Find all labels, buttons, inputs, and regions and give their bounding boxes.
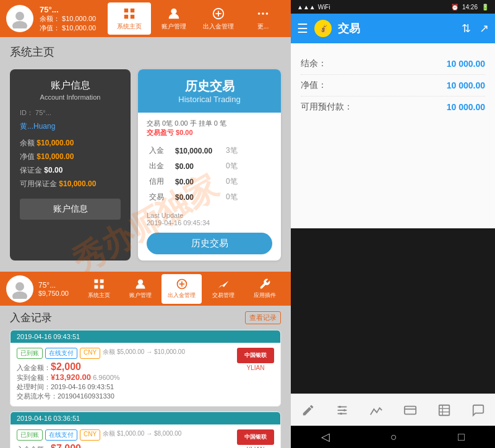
avatar-2 (6, 275, 33, 303)
right-panel: ▲▲▲ WiFi ⏰ 14:26 🔋 ☰ 💰 交易 ⇅ ↗ 结余： 10 000… (291, 0, 495, 448)
header-nav: 系统主页 账户管理 出入金管理 更... (108, 2, 285, 35)
menu-icon[interactable]: ☰ (297, 21, 308, 36)
header-bar: 75°... 余额： $10,000.00 净值： $10,000.00 系统主… (0, 0, 291, 37)
nav-tab-home[interactable]: 系统主页 (108, 2, 151, 35)
svg-point-13 (15, 282, 24, 291)
deposit-item-1-bank: 中国银联 YLIAN (237, 348, 274, 371)
history-update: Last Update 2019-04-16 09:45:34 (147, 212, 272, 226)
deposit-item-1-header: 2019-04-16 09:43:51 (11, 330, 280, 343)
history-summary: 交易 0笔 0.00 手 挂单 0 笔 交易盈亏 $0.00 (147, 119, 272, 137)
header-net: 净值： $10,000.00 (40, 24, 101, 33)
coin-icon: 💰 (314, 20, 332, 37)
bottom-btn-card[interactable] (403, 403, 417, 417)
deposit-item-2-bank: 中国银联 YLIAN (237, 429, 274, 448)
nav2-deposit[interactable]: 出入金管理 (161, 274, 202, 304)
svg-rect-15 (94, 280, 98, 283)
bottom-btn-sliders[interactable] (335, 403, 349, 417)
history-button[interactable]: 历史交易 (147, 233, 272, 254)
bottom-btn-chart[interactable] (369, 403, 383, 417)
mobile-title: 交易 (338, 21, 453, 36)
svg-rect-29 (404, 406, 415, 414)
account-id: ID： 75°... (20, 108, 121, 118)
account-info-button[interactable]: 账户信息 (20, 199, 121, 220)
nav2-account[interactable]: 账户管理 (120, 274, 160, 304)
deposit-item-2-tags: 已到账 在线支付 CNY 余额 $1,000.00 → $8,000.00 (17, 429, 232, 441)
svg-rect-2 (124, 8, 128, 12)
bottom-btn-table[interactable] (437, 403, 451, 417)
bottom-btn-pencil[interactable] (301, 403, 315, 417)
header-info: 75°... 余额： $10,000.00 净值： $10,000.00 (40, 5, 101, 33)
deposit-item-2-header: 2019-04-16 03:36:51 (11, 412, 280, 424)
deposit-title-row: 入金记录 查看记录 (10, 311, 281, 325)
deposit-item-1-body: 已到账 在线支付 CNY 余额 $5,000.00 → $10,000.00 入… (11, 343, 280, 406)
deposit-title: 入金记录 (10, 311, 52, 325)
svg-point-26 (338, 405, 341, 408)
history-header: 历史交易 Historical Trading (138, 69, 281, 113)
svg-rect-31 (439, 405, 449, 415)
nav-home-btn[interactable]: ○ (390, 431, 397, 444)
svg-point-6 (171, 8, 176, 14)
mobile-dark-area (291, 228, 495, 394)
svg-point-27 (343, 409, 345, 411)
svg-rect-5 (131, 14, 134, 18)
deposit-section: 入金记录 查看记录 2019-04-16 09:43:51 已到账 在线支付 C… (0, 306, 291, 448)
avatar (6, 5, 33, 32)
mobile-row-margin: 可用预付款： 10 000.00 (301, 97, 485, 118)
svg-point-1 (12, 21, 27, 28)
nav2-trade[interactable]: 交易管理 (203, 274, 243, 304)
svg-rect-18 (100, 285, 103, 289)
mobile-status-bar: ▲▲▲ WiFi ⏰ 14:26 🔋 (291, 0, 495, 14)
history-title-en: Historical Trading (147, 95, 272, 104)
mobile-nav-bar: ◁ ○ □ (291, 426, 495, 448)
nav-tab-deposit[interactable]: 出入金管理 (197, 2, 240, 35)
history-table: 入金 $10,000.00 3笔 出金 $0.00 0笔 信用 $0.00 (147, 142, 272, 205)
deposit-item-1-info: 入金金额：$2,000 实到金额：¥13,920.00 6.9600% 处理时间… (17, 361, 232, 401)
svg-point-14 (12, 291, 27, 299)
nav-back-btn[interactable]: ◁ (321, 430, 330, 444)
nav-tab-more[interactable]: 更... (241, 2, 285, 35)
account-card: 账户信息 Account Information ID： 75°... 黄...… (10, 69, 131, 261)
history-body: 交易 0笔 0.00 手 挂单 0 笔 交易盈亏 $0.00 入金 $10,00… (138, 113, 281, 261)
svg-rect-17 (94, 285, 98, 289)
page-title: 系统主页 (0, 37, 291, 63)
nav-square-btn[interactable]: □ (458, 431, 465, 444)
svg-rect-4 (124, 14, 128, 18)
account-name: 黄...Huang (20, 121, 121, 132)
account-field-balance: 余额 $10,000.00 (20, 138, 121, 149)
deposit-item-1: 2019-04-16 09:43:51 已到账 在线支付 CNY 余额 $5,0… (10, 330, 281, 407)
mobile-row-balance: 结余： 10 000.00 (301, 53, 485, 75)
export-icon[interactable]: ↗ (480, 22, 489, 35)
header-nav-2: 系统主页 账户管理 出入金管理 交易管理 应用插件 (79, 274, 285, 304)
sort-icon[interactable]: ⇅ (462, 22, 471, 35)
header-bar-2: 75°... $9,750.00 系统主页 账户管理 出入金管理 (0, 272, 291, 306)
nav2-tools[interactable]: 应用插件 (244, 274, 285, 304)
deposit-item-1-tags: 已到账 在线支付 CNY 余额 $5,000.00 → $10,000.00 (17, 348, 232, 359)
nav2-home[interactable]: 系统主页 (79, 274, 119, 304)
mobile-content: 结余： 10 000.00 净值： 10 000.00 可用预付款： 10 00… (291, 43, 495, 228)
bottom-btn-chat[interactable] (471, 403, 485, 417)
svg-rect-3 (131, 8, 134, 12)
deposit-item-2: 2019-04-16 03:36:51 已到账 在线支付 CNY 余额 $1,0… (10, 411, 281, 448)
history-title-cn: 历史交易 (147, 78, 272, 95)
svg-point-0 (15, 12, 24, 20)
account-field-margin: 保证金 $0.00 (20, 165, 121, 176)
nav-tab-account[interactable]: 账户管理 (152, 2, 196, 35)
main-content: 账户信息 Account Information ID： 75°... 黄...… (0, 63, 291, 267)
svg-point-11 (262, 12, 264, 15)
account-card-subtitle: Account Information (20, 93, 121, 101)
history-card: 历史交易 Historical Trading 交易 0笔 0.00 手 挂单 … (138, 69, 281, 261)
deposit-more-btn[interactable]: 查看记录 (245, 311, 281, 324)
history-row-credit: 信用 $0.00 0笔 (148, 174, 271, 189)
mobile-bottom-bar (291, 394, 495, 426)
account-field-net: 净值 $10,000.00 (20, 152, 121, 162)
history-row-withdraw: 出金 $0.00 0笔 (148, 159, 271, 173)
header-info-2: 75°... $9,750.00 (38, 281, 74, 297)
mobile-frame: ▲▲▲ WiFi ⏰ 14:26 🔋 ☰ 💰 交易 ⇅ ↗ 结余： 10 000… (291, 0, 495, 448)
deposit-item-2-body: 已到账 在线支付 CNY 余额 $1,000.00 → $8,000.00 入金… (11, 424, 280, 448)
svg-point-12 (266, 12, 269, 15)
account-field-usable-margin: 可用保证金 $10,000.00 (20, 179, 121, 189)
svg-point-19 (137, 280, 142, 285)
history-row-trade: 交易 $0.00 0笔 (148, 190, 271, 204)
deposit-item-2-info: 入金金额：$7,000 实到金额：¥48,720.00 6.9600% 处理时间… (17, 443, 232, 448)
mobile-row-net: 净值： 10 000.00 (301, 75, 485, 97)
